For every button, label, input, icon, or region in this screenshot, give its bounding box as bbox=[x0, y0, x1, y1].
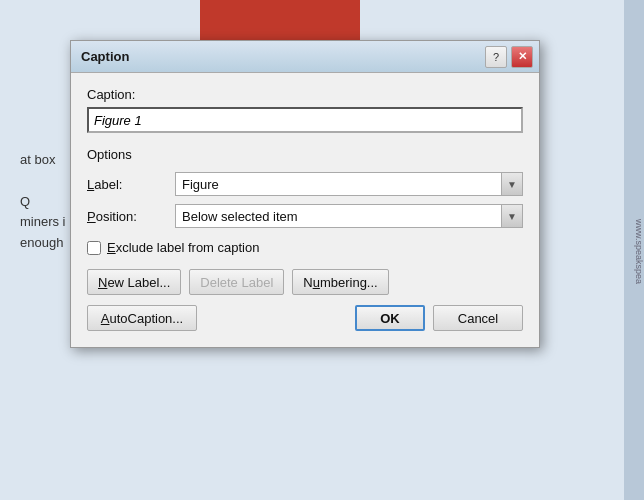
help-button[interactable]: ? bbox=[485, 46, 507, 68]
dialog-titlebar: Caption ? ✕ bbox=[71, 41, 539, 73]
dialog-body: Caption: Options Label: Figure Equation … bbox=[71, 73, 539, 347]
label-button-row: New Label... Delete Label Numbering... bbox=[87, 269, 523, 295]
options-label: Options bbox=[87, 147, 523, 162]
autocaption-button[interactable]: AutoCaption... bbox=[87, 305, 197, 331]
close-button[interactable]: ✕ bbox=[511, 46, 533, 68]
position-field-label: Position: bbox=[87, 204, 167, 228]
exclude-checkbox[interactable] bbox=[87, 241, 101, 255]
label-field-label: Label: bbox=[87, 172, 167, 196]
dialog-title: Caption bbox=[81, 49, 129, 64]
caption-dialog: Caption ? ✕ Caption: Options Label: Figu… bbox=[70, 40, 540, 348]
label-dropdown-wrapper: Figure Equation Table ▼ bbox=[175, 172, 523, 196]
cancel-button[interactable]: Cancel bbox=[433, 305, 523, 331]
label-select[interactable]: Figure Equation Table bbox=[175, 172, 523, 196]
caption-label: Caption: bbox=[87, 87, 523, 102]
position-dropdown-wrapper: Below selected item Above selected item … bbox=[175, 204, 523, 228]
ok-button[interactable]: OK bbox=[355, 305, 425, 331]
numbering-button[interactable]: Numbering... bbox=[292, 269, 388, 295]
new-label-button[interactable]: New Label... bbox=[87, 269, 181, 295]
bg-text: at box Q miners i enough bbox=[20, 150, 66, 254]
position-select[interactable]: Below selected item Above selected item bbox=[175, 204, 523, 228]
exclude-checkbox-row: Exclude label from caption bbox=[87, 240, 523, 255]
exclude-label: Exclude label from caption bbox=[107, 240, 259, 255]
action-button-row: AutoCaption... OK Cancel bbox=[87, 305, 523, 331]
options-grid: Label: Figure Equation Table ▼ Position:… bbox=[87, 172, 523, 228]
delete-label-button[interactable]: Delete Label bbox=[189, 269, 284, 295]
title-button-group: ? ✕ bbox=[485, 46, 533, 68]
watermark: www.speakspea bbox=[624, 0, 644, 500]
caption-input[interactable] bbox=[87, 107, 523, 133]
